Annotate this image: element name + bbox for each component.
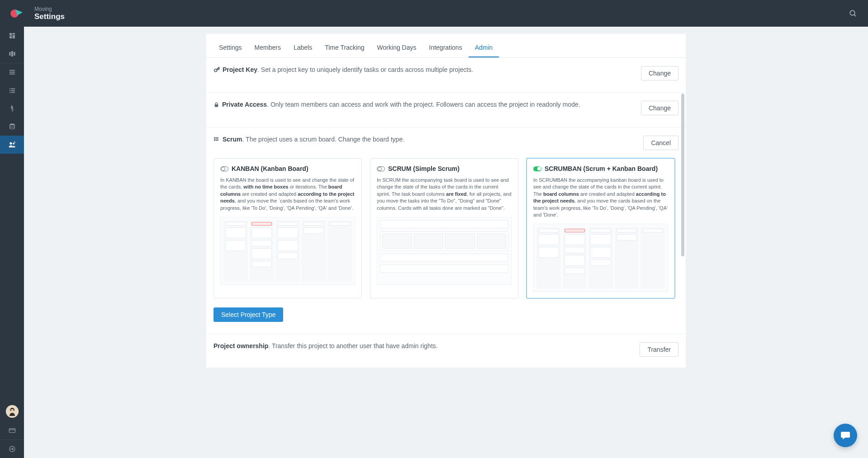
section-desc: . Transfer this project to another user … — [268, 342, 437, 349]
card-title: KANBAN (Kanban Board) — [232, 165, 308, 172]
key-icon — [213, 66, 220, 73]
section-title: Project ownership — [213, 342, 268, 349]
card-description: In KANBAN the board is used to see and c… — [220, 177, 355, 212]
svg-rect-34 — [217, 137, 218, 139]
main-content: Settings Members Labels Time Tracking Wo… — [24, 27, 868, 368]
toggle-off-icon — [377, 166, 385, 171]
svg-rect-8 — [14, 52, 15, 56]
tab-time-tracking[interactable]: Time Tracking — [318, 34, 370, 57]
svg-rect-12 — [9, 88, 10, 89]
app-header: Moving Settings — [0, 0, 868, 27]
scrollbar-thumb[interactable] — [681, 94, 684, 256]
scrum-preview — [377, 217, 512, 285]
sidebar-item-team-settings[interactable] — [0, 136, 24, 154]
tab-members[interactable]: Members — [248, 34, 287, 57]
tab-working-days[interactable]: Working Days — [371, 34, 423, 57]
svg-rect-4 — [12, 35, 14, 38]
card-description: In SCRUM the accompanying task board is … — [377, 177, 512, 212]
section-desc: . Set a project key to uniquely identify… — [257, 66, 473, 73]
section-desc: . Only team members can access and work … — [267, 101, 580, 108]
section-ownership: Project ownership . Transfer this projec… — [206, 334, 686, 368]
search-icon[interactable] — [845, 6, 861, 21]
svg-rect-7 — [11, 51, 13, 57]
svg-rect-31 — [215, 104, 218, 106]
sidebar-item-backlog[interactable] — [0, 63, 24, 81]
section-title: Private Access — [222, 101, 267, 108]
card-scrumban[interactable]: SCRUMBAN (Scrum + Kanban Board) In SCRUM… — [526, 158, 675, 298]
section-title: Scrum — [223, 136, 242, 143]
svg-rect-3 — [12, 33, 14, 34]
section-board-type: Scrum . The project uses a scrum board. … — [206, 127, 686, 334]
page-title: Settings — [34, 12, 65, 21]
svg-rect-9 — [9, 70, 15, 71]
svg-point-19 — [9, 142, 12, 144]
card-title: SCRUMBAN (Scrum + Kanban Board) — [545, 165, 658, 172]
sidebar-item-dashboard[interactable] — [0, 27, 24, 45]
svg-rect-36 — [216, 139, 217, 141]
svg-rect-10 — [9, 72, 15, 73]
svg-line-1 — [854, 14, 856, 16]
section-title: Project Key — [223, 66, 257, 73]
svg-rect-37 — [217, 139, 218, 141]
settings-panel: Settings Members Labels Time Tracking Wo… — [206, 34, 686, 368]
sidebar-item-data[interactable] — [0, 118, 24, 136]
sidebar-item-boards[interactable] — [0, 45, 24, 63]
cancel-board-type-button[interactable]: Cancel — [643, 136, 678, 150]
svg-rect-13 — [11, 88, 15, 89]
toggle-off-icon — [220, 166, 228, 171]
breadcrumb[interactable]: Moving — [34, 6, 65, 12]
change-project-key-button[interactable]: Change — [641, 66, 678, 80]
sidebar-item-list[interactable] — [0, 81, 24, 99]
sidebar-item-sprints[interactable] — [0, 99, 24, 118]
svg-rect-5 — [9, 36, 12, 38]
svg-rect-33 — [216, 137, 217, 139]
svg-rect-14 — [9, 90, 10, 91]
svg-point-18 — [9, 123, 14, 125]
svg-point-0 — [850, 10, 855, 15]
card-description: In SCRUMBAN the accompanying kanban boar… — [533, 177, 668, 218]
sidebar — [0, 27, 24, 368]
tab-labels[interactable]: Labels — [287, 34, 318, 57]
board-icon — [213, 136, 220, 142]
settings-tabs: Settings Members Labels Time Tracking Wo… — [206, 34, 686, 58]
svg-rect-6 — [9, 52, 10, 56]
header-title-wrap: Moving Settings — [34, 6, 65, 21]
svg-rect-11 — [9, 74, 15, 75]
transfer-ownership-button[interactable]: Transfer — [640, 342, 678, 357]
svg-point-21 — [14, 142, 15, 143]
card-scrum[interactable]: SCRUM (Simple Scrum) In SCRUM the accomp… — [370, 158, 518, 298]
section-project-key: Project Key . Set a project key to uniqu… — [206, 58, 686, 93]
svg-point-20 — [13, 143, 14, 145]
section-desc: . The project uses a scrum board. Change… — [242, 136, 405, 143]
board-type-cards: KANBAN (Kanban Board) In KANBAN the boar… — [213, 158, 678, 298]
svg-rect-35 — [214, 139, 215, 141]
scrumban-preview — [533, 224, 668, 292]
svg-rect-17 — [11, 92, 15, 93]
svg-rect-32 — [214, 137, 215, 139]
toggle-on-icon — [533, 166, 541, 171]
tab-integrations[interactable]: Integrations — [423, 34, 469, 57]
tab-admin[interactable]: Admin — [469, 34, 499, 57]
lock-icon — [213, 102, 219, 108]
card-title: SCRUM (Simple Scrum) — [388, 165, 460, 172]
svg-rect-2 — [9, 33, 12, 35]
card-kanban[interactable]: KANBAN (Kanban Board) In KANBAN the boar… — [213, 158, 362, 298]
app-logo[interactable] — [7, 5, 24, 22]
section-private-access: Private Access . Only team members can a… — [206, 93, 686, 127]
change-access-button[interactable]: Change — [641, 101, 678, 115]
tab-settings[interactable]: Settings — [213, 34, 248, 57]
svg-rect-16 — [9, 92, 10, 93]
select-project-type-button[interactable]: Select Project Type — [213, 307, 283, 322]
kanban-preview — [220, 217, 355, 285]
svg-rect-15 — [11, 90, 15, 91]
